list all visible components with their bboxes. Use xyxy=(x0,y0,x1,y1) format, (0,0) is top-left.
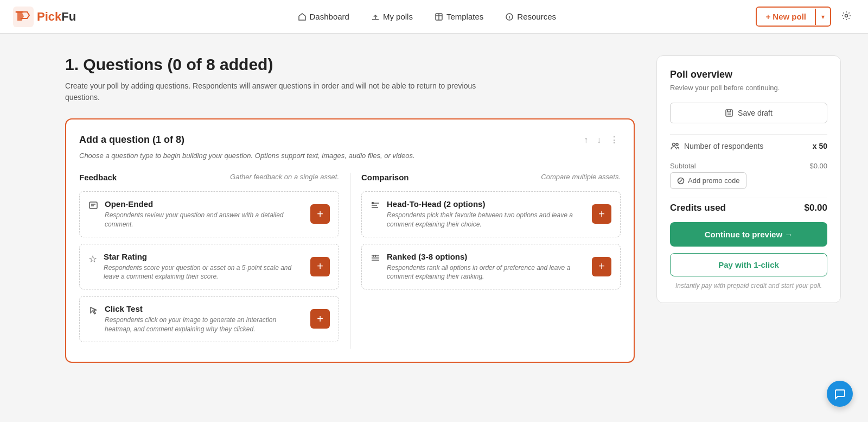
page-subtitle: Create your poll by adding questions. Re… xyxy=(65,80,510,103)
credits-value: $0.00 xyxy=(804,203,827,213)
comparison-title: Comparison xyxy=(361,173,409,182)
main-layout: 1. Questions (0 of 8 added) Create your … xyxy=(0,34,868,385)
respondents-value: x 50 xyxy=(813,142,827,150)
logo-text: PickFu xyxy=(37,10,76,24)
comparison-subtitle: Compare multiple assets. xyxy=(541,173,621,181)
open-ended-name: Open-Ended xyxy=(105,199,304,209)
credits-label: Credits used xyxy=(670,203,726,213)
content-area: 1. Questions (0 of 8 added) Create your … xyxy=(65,55,635,363)
promo-icon xyxy=(677,177,685,185)
move-up-button[interactable]: ↑ xyxy=(582,133,590,147)
main-nav: Dashboard My polls Templates Resources xyxy=(98,8,756,26)
sidebar: Poll overview Review your poll before co… xyxy=(656,55,841,303)
question-card-subtitle: Choose a question type to begin building… xyxy=(79,152,621,160)
svg-rect-6 xyxy=(90,202,97,209)
new-poll-main[interactable]: + New poll xyxy=(757,8,815,26)
add-promo-button[interactable]: Add promo code xyxy=(670,172,746,189)
head-to-head-desc: Respondents pick their favorite between … xyxy=(387,211,585,229)
click-test-desc: Respondents click on your image to gener… xyxy=(105,316,304,334)
star-rating-desc: Respondents score your question or asset… xyxy=(104,263,304,282)
logo[interactable]: PickFu xyxy=(13,7,76,27)
add-ranked-button[interactable]: + xyxy=(592,257,611,276)
pay-note: Instantly pay with prepaid credit and st… xyxy=(670,282,827,289)
star-rating-item[interactable]: ☆ Star Rating Respondents score your que… xyxy=(79,244,339,290)
comparison-column: Comparison Compare multiple assets. xyxy=(350,173,621,349)
click-test-info: Click Test Respondents click on your ima… xyxy=(88,304,304,334)
open-ended-item[interactable]: Open-Ended Respondents review your quest… xyxy=(79,191,339,237)
feedback-subtitle: Gather feedback on a single asset. xyxy=(230,173,339,181)
svg-point-19 xyxy=(673,143,675,146)
open-ended-info: Open-Ended Respondents review your quest… xyxy=(88,199,304,229)
pay-with-1-click-button[interactable]: Pay with 1-click xyxy=(670,253,827,276)
nav-dashboard[interactable]: Dashboard xyxy=(289,8,358,26)
svg-point-5 xyxy=(845,15,848,17)
star-rating-name: Star Rating xyxy=(104,252,304,261)
respondents-label: Number of respondents xyxy=(684,142,763,150)
header: PickFu Dashboard My polls Templates xyxy=(0,0,868,34)
settings-button[interactable] xyxy=(838,7,855,26)
head-to-head-item[interactable]: Head-To-Head (2 options) Respondents pic… xyxy=(361,191,621,237)
poll-overview-title: Poll overview xyxy=(670,69,827,80)
subtotal-value: $0.00 xyxy=(809,162,827,170)
feedback-title: Feedback xyxy=(79,173,117,182)
svg-point-12 xyxy=(372,203,374,204)
click-test-name: Click Test xyxy=(105,304,304,313)
poll-overview-subtitle: Review your poll before continuing. xyxy=(670,84,827,92)
ranked-item[interactable]: Ranked (3-8 options) Respondents rank al… xyxy=(361,244,621,290)
question-card-title: Add a question (1 of 8) xyxy=(79,134,184,146)
feedback-header: Feedback Gather feedback on a single ass… xyxy=(79,173,339,182)
svg-rect-18 xyxy=(726,110,732,116)
head-to-head-icon xyxy=(371,200,380,213)
continue-to-preview-button[interactable]: Continue to preview → xyxy=(670,222,827,247)
head-to-head-info: Head-To-Head (2 options) Respondents pic… xyxy=(371,199,585,229)
svg-point-20 xyxy=(676,143,678,146)
nav-templates[interactable]: Templates xyxy=(426,8,492,26)
ranked-info: Ranked (3-8 options) Respondents rank al… xyxy=(371,252,585,282)
click-test-item[interactable]: Click Test Respondents click on your ima… xyxy=(79,296,339,342)
subtotal-row: Subtotal $0.00 xyxy=(670,158,827,172)
respondents-icon xyxy=(670,141,680,151)
click-test-icon xyxy=(88,305,98,318)
star-rating-info: ☆ Star Rating Respondents score your que… xyxy=(88,252,304,282)
credits-row: Credits used $0.00 xyxy=(670,198,827,213)
new-poll-dropdown-btn[interactable]: ▾ xyxy=(815,9,830,25)
add-head-to-head-button[interactable]: + xyxy=(592,204,611,224)
add-star-rating-button[interactable]: + xyxy=(310,257,330,276)
question-types-grid: Feedback Gather feedback on a single ass… xyxy=(79,173,621,349)
add-click-test-button[interactable]: + xyxy=(310,309,330,329)
question-card-header: Add a question (1 of 8) ↑ ↓ ⋮ xyxy=(79,133,621,147)
add-open-ended-button[interactable]: + xyxy=(310,204,330,224)
ranked-icon xyxy=(371,253,380,266)
move-down-button[interactable]: ↓ xyxy=(595,133,603,147)
respondents-row: Number of respondents x 50 xyxy=(670,134,827,158)
comparison-header: Comparison Compare multiple assets. xyxy=(361,173,621,182)
subtotal-label: Subtotal xyxy=(670,162,696,170)
nav-resources[interactable]: Resources xyxy=(496,8,565,26)
open-ended-desc: Respondents review your question and ans… xyxy=(105,211,304,229)
more-options-button[interactable]: ⋮ xyxy=(608,133,621,147)
question-card-actions: ↑ ↓ ⋮ xyxy=(582,133,621,147)
new-poll-btn[interactable]: + New poll ▾ xyxy=(756,7,831,27)
ranked-desc: Respondents rank all options in order of… xyxy=(387,263,585,282)
feedback-column: Feedback Gather feedback on a single ass… xyxy=(79,173,350,349)
header-right: + New poll ▾ xyxy=(756,7,855,27)
save-draft-button[interactable]: Save draft xyxy=(670,103,827,123)
star-icon: ☆ xyxy=(88,253,97,265)
page-title: 1. Questions (0 of 8 added) xyxy=(65,55,635,74)
open-ended-icon xyxy=(88,200,98,213)
nav-my-polls[interactable]: My polls xyxy=(362,8,422,26)
poll-overview-card: Poll overview Review your poll before co… xyxy=(656,55,841,303)
ranked-name: Ranked (3-8 options) xyxy=(387,252,585,261)
question-card: Add a question (1 of 8) ↑ ↓ ⋮ Choose a q… xyxy=(65,118,635,363)
head-to-head-name: Head-To-Head (2 options) xyxy=(387,199,585,209)
